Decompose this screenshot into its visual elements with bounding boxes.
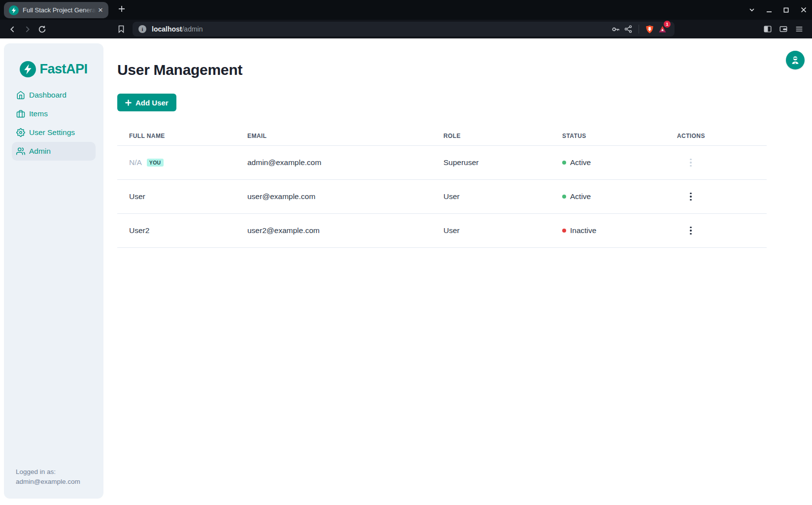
plus-icon: [125, 100, 132, 106]
url-path: /admin: [182, 25, 203, 33]
sidebar-nav: Dashboard Items User Settings Admin: [4, 86, 103, 161]
tab-close-icon[interactable]: ✕: [96, 6, 105, 15]
window-maximize-button[interactable]: [782, 6, 790, 14]
you-badge: YOU: [147, 159, 164, 167]
table-row: User2 user2@example.com User Inactive: [117, 214, 767, 248]
key-icon[interactable]: [609, 23, 622, 35]
status-dot: [562, 229, 566, 233]
status-dot: [562, 161, 566, 165]
users-icon: [16, 147, 25, 156]
logged-in-as: Logged in as: admin@example.com: [4, 467, 103, 499]
cell-status: Active: [570, 192, 591, 201]
back-icon[interactable]: [5, 22, 20, 36]
sidebar-item-items[interactable]: Items: [12, 104, 96, 123]
reload-icon[interactable]: [34, 22, 49, 36]
rewards-notification-badge: 1: [664, 21, 671, 28]
cell-full-name: User: [129, 192, 145, 201]
sidebar-item-admin[interactable]: Admin: [12, 142, 96, 161]
main-content: User Management Add User FULL NAME EMAIL…: [117, 38, 812, 248]
logged-in-email: admin@example.com: [16, 477, 96, 487]
briefcase-icon: [16, 109, 25, 118]
brave-rewards-icon[interactable]: 1: [656, 23, 669, 35]
table-row: N/AYOU admin@example.com Superuser Activ…: [117, 146, 767, 180]
cell-email: admin@example.com: [236, 158, 432, 167]
brave-shield-icon[interactable]: [643, 23, 656, 35]
browser-toolbar: i localhost/admin: [0, 20, 812, 38]
row-actions-menu-button[interactable]: [685, 191, 697, 202]
side-panel-icon[interactable]: [760, 22, 776, 36]
col-header-actions: ACTIONS: [665, 133, 767, 139]
sidebar-item-label: Admin: [29, 147, 51, 156]
col-header-full-name: FULL NAME: [117, 133, 236, 139]
sidebar: FastAPI Dashboard Items User Settings Ad…: [4, 43, 103, 499]
sidebar-item-dashboard[interactable]: Dashboard: [12, 86, 96, 104]
row-actions-menu-button: [685, 157, 697, 168]
col-header-role: ROLE: [432, 133, 550, 139]
share-icon[interactable]: [622, 23, 635, 35]
window-close-button[interactable]: [800, 6, 807, 14]
cell-email: user2@example.com: [236, 226, 432, 235]
toolbar-divider: [639, 25, 639, 34]
menu-icon[interactable]: [791, 22, 807, 36]
tab-title: Full Stack Project Genera: [23, 6, 96, 14]
status-dot: [562, 195, 566, 199]
sidebar-item-label: User Settings: [29, 128, 75, 137]
cell-status: Active: [570, 158, 591, 167]
logo-text: FastAPI: [39, 62, 87, 77]
cell-full-name: N/A: [129, 158, 142, 167]
row-actions-menu-button[interactable]: [685, 225, 697, 236]
cell-email: user@example.com: [236, 192, 432, 201]
sidebar-item-label: Dashboard: [29, 91, 67, 100]
cell-role: User: [432, 192, 550, 201]
cell-full-name: User2: [129, 226, 149, 235]
page-content: FastAPI Dashboard Items User Settings Ad…: [0, 38, 812, 505]
forward-icon: [20, 22, 34, 36]
logged-in-label: Logged in as:: [16, 467, 96, 477]
page-title: User Management: [117, 63, 812, 77]
address-bar[interactable]: i localhost/admin: [133, 22, 675, 36]
url-host: localhost: [152, 25, 182, 33]
tab-search-icon[interactable]: [748, 6, 755, 14]
browser-tab-strip: Full Stack Project Genera ✕: [0, 0, 812, 20]
users-table: FULL NAME EMAIL ROLE STATUS ACTIONS N/AY…: [117, 126, 767, 248]
home-icon: [16, 91, 25, 100]
fastapi-logo: FastAPI: [4, 61, 103, 77]
wallet-icon[interactable]: [776, 22, 791, 36]
table-header-row: FULL NAME EMAIL ROLE STATUS ACTIONS: [117, 126, 767, 146]
col-header-status: STATUS: [550, 133, 665, 139]
add-user-label: Add User: [135, 99, 169, 107]
cell-status: Inactive: [570, 226, 596, 235]
fastapi-bolt-icon: [20, 61, 36, 77]
sidebar-item-label: Items: [29, 109, 48, 118]
bookmark-icon[interactable]: [114, 22, 128, 36]
table-row: User user@example.com User Active: [117, 180, 767, 214]
site-info-icon[interactable]: i: [138, 25, 146, 33]
sidebar-item-user-settings[interactable]: User Settings: [12, 123, 96, 142]
col-header-email: EMAIL: [236, 133, 432, 139]
add-user-button[interactable]: Add User: [117, 94, 176, 111]
fastapi-favicon-icon: [9, 5, 19, 15]
gear-icon: [16, 128, 25, 137]
window-minimize-button[interactable]: [765, 6, 773, 14]
url-text[interactable]: localhost/admin: [152, 25, 203, 33]
cell-role: User: [432, 226, 550, 235]
cell-role: Superuser: [432, 158, 550, 167]
browser-tab[interactable]: Full Stack Project Genera ✕: [4, 2, 108, 18]
new-tab-button[interactable]: [117, 4, 127, 16]
